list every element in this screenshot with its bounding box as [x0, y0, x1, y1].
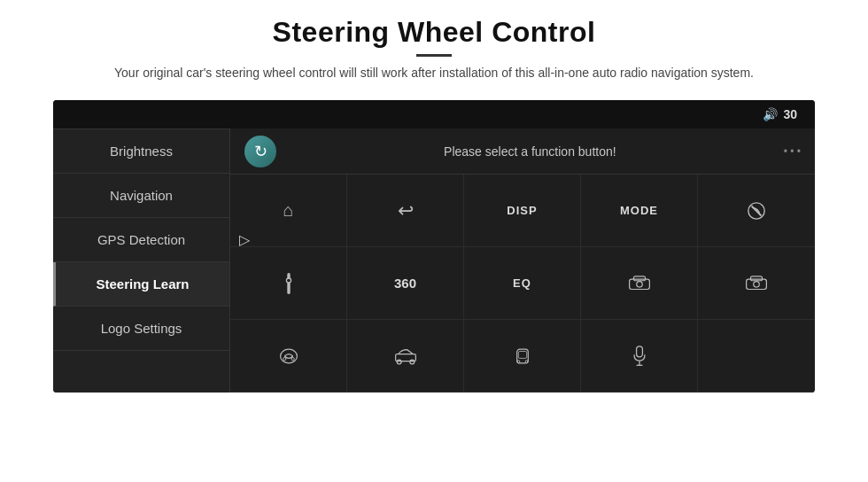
- btn-car-camera2[interactable]: [698, 247, 815, 320]
- sync-icon: ↻: [254, 142, 267, 161]
- screen-body: Brightness Navigation GPS Detection Stee…: [53, 128, 815, 393]
- car-side-icon: [394, 347, 417, 365]
- sidebar-menu: Brightness Navigation GPS Detection Stee…: [53, 128, 230, 393]
- car-top-icon: [513, 346, 532, 366]
- car-camera1-icon: [628, 275, 651, 292]
- page-title: Steering Wheel Control: [114, 16, 754, 49]
- 360-label: 360: [394, 276, 416, 291]
- phone-off-icon: [747, 201, 766, 221]
- svg-rect-18: [518, 351, 526, 358]
- btn-car-camera1[interactable]: [581, 247, 698, 320]
- disp-label: DISP: [507, 204, 537, 217]
- btn-empty: [698, 320, 815, 393]
- svg-rect-6: [633, 276, 645, 280]
- volume-icon: 🔊: [763, 107, 778, 121]
- sync-button[interactable]: ↻: [244, 136, 276, 167]
- sidebar-item-gps-detection[interactable]: GPS Detection: [53, 218, 229, 262]
- sidebar-item-steering-learn[interactable]: Steering Learn: [53, 262, 229, 307]
- sidebar-item-brightness[interactable]: Brightness: [53, 128, 229, 174]
- svg-point-15: [397, 360, 401, 364]
- car-camera2-icon: [745, 275, 768, 292]
- car-front-icon: [279, 346, 298, 366]
- eq-label: EQ: [513, 276, 531, 290]
- btn-mode[interactable]: MODE: [581, 175, 698, 247]
- top-right-indicator: • • •: [784, 145, 801, 158]
- svg-point-12: [283, 357, 285, 360]
- svg-rect-9: [751, 276, 763, 280]
- function-prompt-text: Please select a function button!: [291, 144, 770, 159]
- screen-topbar: 🔊 30: [53, 100, 815, 128]
- sidebar-item-navigation[interactable]: Navigation: [53, 174, 229, 218]
- back-icon: ↩: [398, 199, 414, 222]
- svg-rect-21: [636, 346, 642, 356]
- microphone-icon: [632, 346, 647, 367]
- adjust-icon: [280, 273, 298, 294]
- volume-number: 30: [783, 107, 797, 121]
- btn-back[interactable]: ↩: [347, 175, 464, 247]
- page-container: Steering Wheel Control Your original car…: [0, 0, 868, 482]
- btn-car-front[interactable]: [230, 320, 347, 393]
- svg-point-16: [409, 360, 414, 364]
- svg-point-11: [280, 349, 297, 363]
- main-content: ↻ Please select a function button! • • •…: [230, 128, 815, 393]
- car-screen: 🔊 30 Brightness Navigation GPS Detection…: [53, 100, 815, 393]
- home-icon: ⌂: [283, 200, 293, 221]
- btn-car-side[interactable]: [347, 320, 464, 393]
- svg-point-7: [636, 281, 642, 287]
- function-bar: ↻ Please select a function button! • • •: [230, 128, 815, 175]
- mode-label: MODE: [620, 204, 658, 217]
- title-section: Steering Wheel Control Your original car…: [114, 16, 754, 95]
- svg-point-13: [291, 357, 294, 360]
- svg-point-10: [754, 281, 760, 287]
- title-divider: [416, 54, 452, 57]
- btn-360[interactable]: 360: [347, 247, 464, 320]
- btn-adjust[interactable]: [230, 247, 347, 320]
- btn-home[interactable]: ⌂: [230, 175, 347, 247]
- btn-microphone[interactable]: [581, 320, 698, 393]
- btn-disp[interactable]: DISP: [464, 175, 581, 247]
- btn-car-top[interactable]: [464, 320, 581, 393]
- btn-eq[interactable]: EQ: [464, 247, 581, 320]
- buttons-grid: ⌂ ↩ DISP MODE: [230, 175, 815, 393]
- page-subtitle: Your original car's steering wheel contr…: [114, 64, 754, 82]
- svg-rect-3: [287, 282, 290, 294]
- btn-phone-off[interactable]: [698, 175, 815, 247]
- sidebar-item-logo-settings[interactable]: Logo Settings: [53, 307, 229, 351]
